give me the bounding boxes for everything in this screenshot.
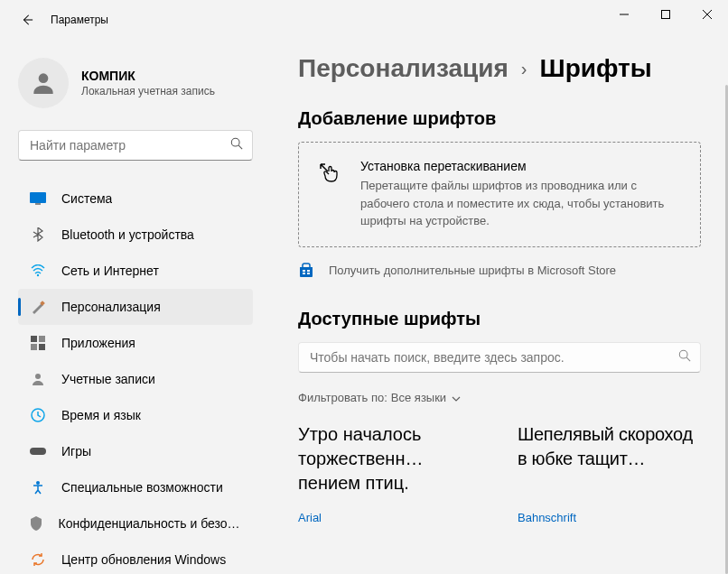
nav-time[interactable]: Время и язык: [18, 397, 253, 433]
filter-label: Фильтровать по:: [298, 391, 387, 404]
svg-rect-22: [307, 273, 310, 274]
svg-point-5: [231, 138, 239, 146]
filter-value: Все языки: [391, 391, 446, 404]
svg-point-18: [36, 481, 40, 485]
close-button[interactable]: [686, 0, 728, 29]
svg-rect-8: [35, 203, 41, 205]
font-name: Arial: [298, 511, 481, 524]
gaming-icon: [29, 442, 47, 460]
font-sample: Утро началось торжественн… пением птиц.: [298, 422, 481, 496]
font-dropzone[interactable]: Установка перетаскиванием Перетащите фай…: [298, 142, 701, 247]
time-icon: [29, 406, 47, 424]
add-fonts-heading: Добавление шрифтов: [298, 108, 701, 129]
available-fonts-heading: Доступные шрифты: [298, 309, 701, 329]
avatar: [18, 58, 69, 108]
nav-accessibility[interactable]: Специальные возможности: [18, 469, 253, 505]
svg-rect-12: [39, 336, 45, 342]
breadcrumb-current: Шрифты: [540, 54, 652, 83]
nav-update[interactable]: Центр обновления Windows: [18, 542, 253, 574]
maximize-button[interactable]: [645, 0, 686, 29]
store-link-text: Получить дополнительные шрифты в Microso…: [329, 264, 616, 277]
search-box[interactable]: [18, 130, 253, 161]
user-sub: Локальная учетная запись: [81, 85, 215, 97]
back-button[interactable]: [18, 11, 36, 29]
minimize-button[interactable]: [603, 0, 645, 29]
nav-apps[interactable]: Приложения: [18, 325, 253, 361]
svg-rect-19: [303, 270, 305, 272]
bluetooth-icon: [29, 226, 47, 244]
drag-hand-icon: [317, 161, 350, 230]
search-icon: [230, 137, 243, 153]
search-icon: [678, 349, 691, 366]
window-title: Параметры: [51, 14, 108, 26]
breadcrumb-parent[interactable]: Персонализация: [298, 54, 509, 83]
nav-gaming[interactable]: Игры: [18, 433, 253, 469]
system-icon: [29, 190, 47, 208]
apps-icon: [29, 334, 47, 352]
nav-system[interactable]: Система: [18, 181, 253, 217]
accounts-icon: [29, 370, 47, 388]
accessibility-icon: [29, 478, 47, 496]
nav-network[interactable]: Сеть и Интернет: [18, 253, 253, 289]
privacy-icon: [29, 514, 44, 532]
search-input[interactable]: [19, 131, 252, 160]
chevron-right-icon: ›: [521, 59, 527, 79]
svg-rect-14: [39, 344, 45, 350]
dropzone-desc: Перетащите файлы шрифтов из проводника и…: [360, 177, 682, 230]
svg-rect-7: [30, 192, 46, 203]
svg-rect-21: [303, 273, 305, 274]
update-icon: [29, 551, 47, 569]
breadcrumb: Персонализация › Шрифты: [298, 54, 701, 83]
font-sample: Шепелявый скороход в юбке тащит…: [518, 422, 701, 496]
store-link[interactable]: Получить дополнительные шрифты в Microso…: [298, 262, 701, 280]
font-card-arial[interactable]: Утро началось торжественн… пением птиц. …: [298, 422, 481, 524]
svg-rect-13: [31, 344, 37, 350]
svg-rect-11: [31, 336, 37, 342]
filter-dropdown[interactable]: Фильтровать по: Все языки: [298, 391, 701, 404]
user-block[interactable]: КОМПИК Локальная учетная запись: [18, 40, 264, 130]
font-card-bahnschrift[interactable]: Шепелявый скороход в юбке тащит… Bahnsch…: [518, 422, 701, 524]
svg-rect-17: [30, 448, 46, 455]
chevron-down-icon: [452, 391, 461, 404]
nav-accounts[interactable]: Учетные записи: [18, 361, 253, 397]
font-name: Bahnschrift: [518, 511, 701, 524]
svg-line-6: [238, 145, 242, 149]
font-search-input[interactable]: [299, 343, 700, 372]
network-icon: [29, 262, 47, 280]
svg-rect-1: [662, 11, 670, 19]
nav-personalization[interactable]: Персонализация: [18, 289, 253, 325]
svg-point-4: [39, 73, 49, 83]
svg-point-23: [679, 350, 687, 358]
nav-bluetooth[interactable]: Bluetooth и устройства: [18, 217, 253, 253]
svg-line-24: [686, 357, 690, 361]
user-name: КОМПИК: [81, 69, 215, 83]
store-icon: [298, 262, 316, 280]
svg-point-15: [35, 374, 41, 379]
personalization-icon: [29, 298, 47, 316]
font-search-box[interactable]: [298, 342, 701, 373]
dropzone-title: Установка перетаскиванием: [360, 159, 682, 173]
nav-privacy[interactable]: Конфиденциальность и безопасность: [18, 505, 253, 542]
svg-rect-20: [307, 270, 310, 272]
svg-point-9: [37, 274, 39, 276]
